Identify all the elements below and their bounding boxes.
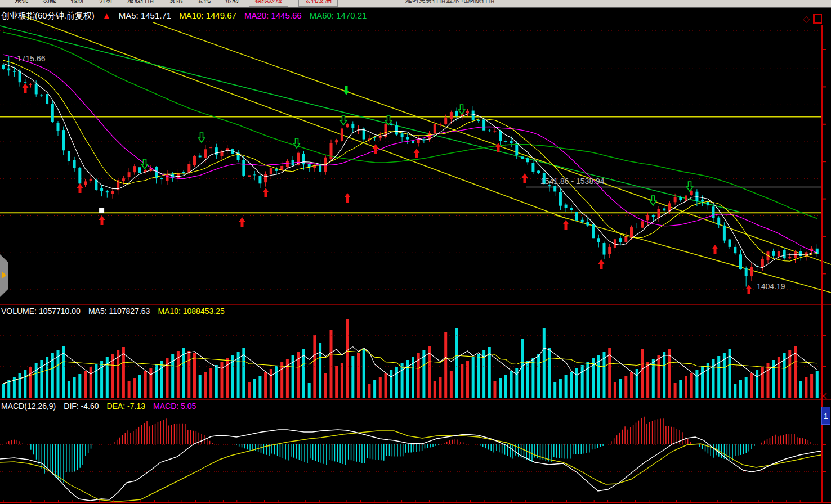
menu-item-system[interactable]: 系统 <box>15 0 28 5</box>
ma60-readout: MA60: 1470.21 <box>310 11 367 20</box>
menu-item-quotes[interactable]: 报价 <box>71 0 84 5</box>
diamond-icon[interactable]: ◇ <box>803 14 810 24</box>
yellow-horizontal-lines <box>0 116 822 213</box>
dea-line <box>0 431 821 501</box>
price-pane-header: 创业板指(60分钟.前复权) ▲ MA5: 1451.71 MA10: 1449… <box>1 11 367 21</box>
menu-item-hk-quotes[interactable]: 港股行情 <box>127 0 154 5</box>
paper-trading-button[interactable]: 模拟炒股 <box>249 0 288 7</box>
bottom-axis <box>0 500 831 503</box>
volume-ma10-readout: MA10: 1088453.25 <box>158 307 224 316</box>
volume-readout: VOLUME: 1057710.00 <box>1 307 81 316</box>
volume-ma10-line <box>3 349 817 384</box>
ma20-line <box>3 55 817 253</box>
volume-pane-header: VOLUME: 1057710.00 MA5: 1107827.63 MA10:… <box>1 307 225 316</box>
gap-range-label: 1541.86 - 1538.94 <box>540 177 605 186</box>
ma60-line <box>3 32 817 218</box>
menu-item-analysis[interactable]: 分析 <box>99 0 113 5</box>
low-price-label: 1404.19 <box>757 282 785 291</box>
high-price-label: 1715.66 <box>17 54 46 63</box>
dea-readout: DEA: -7.13 <box>107 402 146 411</box>
pane-corner-icons: ◇ <box>803 14 822 24</box>
order-trading-button[interactable]: 委托交易 <box>298 0 338 7</box>
macd-name: MACD(12,26,9) <box>1 402 56 411</box>
dif-line <box>0 430 821 501</box>
ma5-line <box>3 64 817 268</box>
chart-canvas[interactable] <box>0 7 831 504</box>
ma5-readout: MA5: 1451.71 <box>119 11 171 20</box>
menu-status-text: 延时免费行情显示 电脑版行情 <box>405 0 495 5</box>
macd-pane-header: MACD(12,26,9) DIF: -4.60 DEA: -7.13 MACD… <box>1 402 196 411</box>
candlesticks <box>2 56 819 286</box>
ma20-readout: MA20: 1445.66 <box>244 11 302 20</box>
trend-up-arrow-icon: ▲ <box>102 11 111 20</box>
menu-item-function[interactable]: 功能 <box>43 0 56 5</box>
menu-item-trade[interactable]: 委托 <box>197 0 211 5</box>
pane-count-badge[interactable]: 1 <box>821 407 830 425</box>
expand-right-arrow-icon <box>2 271 6 279</box>
window-icon[interactable] <box>813 14 822 24</box>
volume-ma5-readout: MA5: 1107827.63 <box>88 307 150 316</box>
instrument-title: 创业板指(60分钟.前复权) <box>1 11 95 21</box>
right-axis <box>821 25 826 503</box>
macd-histogram <box>3 417 814 483</box>
white-square-marker <box>99 208 104 213</box>
volume-bars <box>2 319 819 398</box>
menu-item-news[interactable]: 资讯 <box>169 0 182 5</box>
menu-bar: 系统 功能 报价 分析 港股行情 资讯 委托 帮助 模拟炒股 委托交易 延时免费… <box>0 0 831 8</box>
macd-readout: MACD: 5.05 <box>153 402 196 411</box>
menu-item-help[interactable]: 帮助 <box>225 0 239 5</box>
ma10-readout: MA10: 1449.67 <box>179 11 236 20</box>
trading-app-window: { "menu": { "items": ["系统", "功能", "报价", … <box>0 0 831 504</box>
dif-readout: DIF: -4.60 <box>64 402 99 411</box>
